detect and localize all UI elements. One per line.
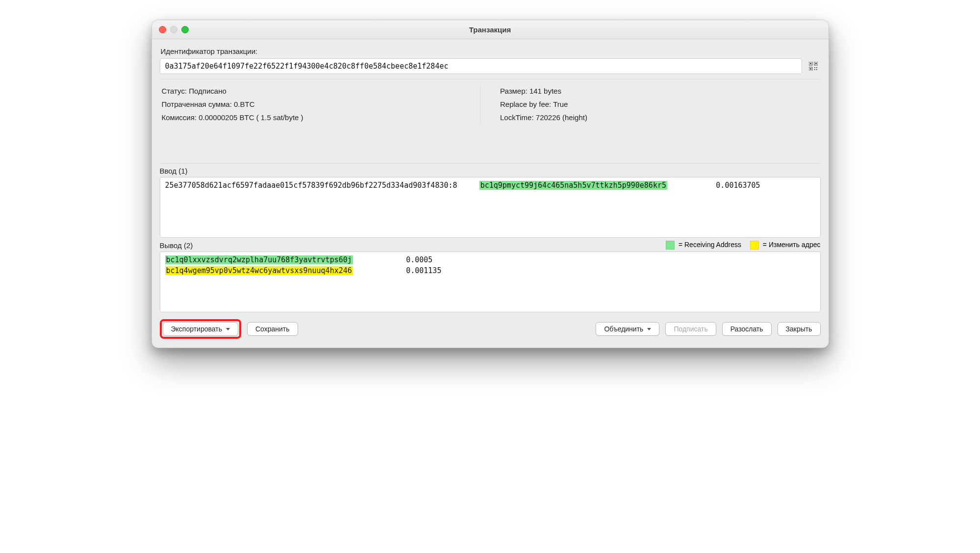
svg-rect-3 — [815, 63, 817, 64]
export-button[interactable]: Экспортировать — [163, 322, 238, 336]
combine-button[interactable]: Объединить — [596, 322, 659, 336]
svg-rect-9 — [816, 69, 817, 70]
meta-panel: Статус: Подписано Потраченная сумма: 0.B… — [160, 79, 821, 164]
fee-value: 0.00000205 BTC ( 1.5 sat/byte ) — [199, 113, 303, 122]
legend-receiving-label: = Receiving Address — [678, 241, 741, 249]
svg-rect-7 — [816, 67, 817, 68]
outputs-legend: = Receiving Address = Изменить адрес — [666, 241, 820, 250]
amount-row: Потраченная сумма: 0.BTC — [162, 98, 480, 111]
close-button[interactable]: Закрыть — [778, 322, 821, 336]
inputs-list[interactable]: 25e377058d621acf6597fadaae015cf57839f692… — [160, 177, 821, 238]
footer-buttons: Экспортировать Сохранить Объединить Подп… — [160, 319, 821, 339]
svg-rect-5 — [810, 68, 811, 70]
sign-button[interactable]: Подписать — [665, 322, 716, 336]
window-title: Транзакция — [152, 25, 829, 34]
legend-receiving: = Receiving Address — [666, 241, 741, 250]
broadcast-button[interactable]: Разослать — [722, 322, 772, 336]
rbf-label: Replace by fee: — [500, 100, 551, 108]
size-row: Размер: 141 bytes — [500, 84, 819, 98]
legend-change-swatch — [750, 241, 759, 250]
amount-value: 0.BTC — [234, 100, 255, 108]
txid-label: Идентификатор транзакции: — [161, 47, 820, 55]
rbf-row: Replace by fee: True — [500, 98, 819, 111]
qr-code-icon[interactable] — [806, 58, 821, 74]
outputs-title: Вывод (2) — [160, 241, 193, 250]
rbf-value: True — [553, 100, 568, 108]
size-label: Размер: — [500, 87, 528, 95]
locktime-label: LockTime: — [500, 113, 534, 122]
content-area: Идентификатор транзакции: 0a3175af20e64f… — [152, 39, 829, 348]
svg-rect-8 — [814, 69, 815, 70]
transaction-window: Транзакция Идентификатор транзакции: 0a3… — [151, 20, 829, 348]
status-row: Статус: Подписано — [162, 84, 480, 98]
meta-right-column: Размер: 141 bytes Replace by fee: True L… — [480, 84, 819, 124]
legend-receiving-swatch — [666, 241, 675, 250]
fee-row: Комиссия: 0.00000205 BTC ( 1.5 sat/byte … — [162, 111, 480, 124]
locktime-value: 720226 (height) — [536, 113, 587, 122]
save-button[interactable]: Сохранить — [247, 322, 298, 336]
amount-label: Потраченная сумма: — [162, 100, 232, 108]
legend-change-label: = Изменить адрес — [763, 241, 821, 249]
titlebar: Транзакция — [152, 20, 829, 39]
txid-field[interactable]: 0a3175af20e64f1097fe22f6522f1f94300e4c82… — [160, 58, 802, 74]
status-value: Подписано — [189, 87, 226, 95]
fee-label: Комиссия: — [162, 113, 197, 122]
export-button-highlight: Экспортировать — [160, 319, 241, 339]
status-label: Статус: — [162, 87, 187, 95]
inputs-title: Ввод (1) — [160, 167, 188, 175]
svg-rect-1 — [810, 63, 811, 64]
size-value: 141 bytes — [529, 87, 561, 95]
svg-rect-6 — [814, 67, 815, 68]
meta-left-column: Статус: Подписано Потраченная сумма: 0.B… — [162, 84, 480, 124]
outputs-list[interactable]: bc1q0lxxvzsdvrq2wzplha7uu768f3yavtrvtps6… — [160, 251, 821, 312]
locktime-row: LockTime: 720226 (height) — [500, 111, 819, 124]
legend-change: = Изменить адрес — [750, 241, 821, 250]
